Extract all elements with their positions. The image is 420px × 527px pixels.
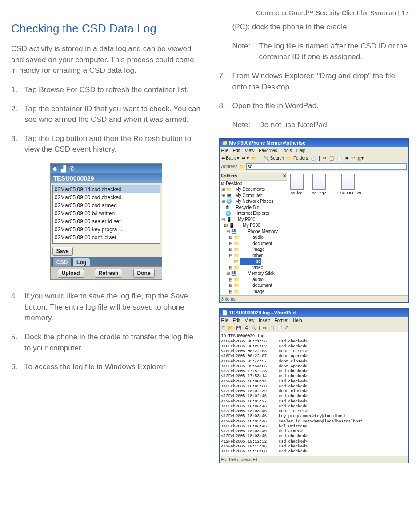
intro-paragraph: CSD activity is stored in a data log and…: [11, 44, 201, 76]
step-3: 3.Tap the Log button and then the Refres…: [11, 133, 201, 155]
wp-menu-insert[interactable]: Insert: [259, 318, 270, 323]
views-icon[interactable]: ▥▾: [357, 156, 364, 161]
history-icon[interactable]: 🕘: [311, 156, 316, 161]
address-input[interactable]: [246, 163, 407, 170]
preview-icon[interactable]: 🔍: [251, 326, 256, 330]
phone-screenshot: ◆ ▟ ✆ TESU0000029 02Mar05,09:14 csd chec…: [50, 163, 162, 280]
step-4: 4.If you would like to save the log file…: [11, 291, 201, 324]
step-2: 2.Tap the container ID that you want to …: [11, 104, 201, 125]
log-row: 02Mar05,09:00 cont id set: [53, 233, 160, 241]
section-title: Checking the CSD Data Log: [11, 22, 201, 36]
menu-tools[interactable]: Tools: [281, 148, 292, 153]
new-icon[interactable]: ▢: [221, 326, 225, 330]
wp-menu-help[interactable]: Help: [293, 318, 302, 323]
file-item[interactable]: sc_log: [290, 174, 304, 195]
search-button[interactable]: 🔍 Search: [264, 156, 284, 161]
menu-favorites[interactable]: Favorites: [259, 148, 277, 153]
paste-icon[interactable]: 📄: [277, 326, 282, 330]
log-row: 02Mar05,09:00 sealer id set: [53, 217, 160, 225]
address-label: Address: [221, 164, 238, 169]
wordpad-status: For Help, press F1: [220, 456, 409, 463]
wp-menu-format[interactable]: Format: [274, 318, 288, 323]
log-row: 02Mar05,09:00 csd armed: [53, 201, 160, 209]
paste-icon[interactable]: 📄: [337, 156, 342, 161]
file-item[interactable]: sc_log2: [312, 174, 326, 195]
note-2: Note: Do not use NotePad.: [232, 120, 409, 131]
note-1: Note: The log file is named after the CS…: [232, 41, 409, 63]
explorer-menubar: File Edit View Favorites Tools Help: [220, 147, 409, 154]
folders-button[interactable]: 📁 Folders: [287, 156, 308, 161]
right-column: (PC); dock the phone in the cradle. Note…: [219, 22, 409, 469]
log-row: 02Mar05,09:00 csd checked: [53, 193, 160, 201]
step-1: 1.Tap Browse For CSD to refresh the cont…: [11, 84, 201, 96]
file-icon: [290, 174, 304, 190]
step-6: 6.To access the log file in Windows Expl…: [11, 362, 201, 373]
explorer-screenshot: 📁 My P900\Phone Memory\other\sc File Edi…: [219, 138, 409, 303]
log-list: 02Mar05,09:14 csd checked 02Mar05,09:00 …: [52, 185, 160, 244]
refresh-button[interactable]: Refresh: [95, 269, 123, 278]
explorer-status: 3 items: [220, 295, 409, 302]
signal-icon: ▟: [61, 165, 66, 172]
step-6-cont: (PC); dock the phone in the cradle.: [232, 22, 409, 33]
save-button[interactable]: Save: [52, 247, 73, 256]
forward-button[interactable]: ➡ ▾: [242, 156, 249, 161]
tab-csd[interactable]: CSD: [52, 258, 72, 266]
file-pane[interactable]: sc_log sc_log2 TESU0000029: [288, 171, 409, 295]
cut-icon[interactable]: ✂: [263, 326, 266, 330]
undo-icon[interactable]: ↶: [285, 326, 288, 330]
step-8: 8.Open the file in WordPad.: [219, 101, 409, 112]
call-icon: ✆: [69, 165, 75, 172]
done-button[interactable]: Done: [133, 269, 155, 278]
folder-icon: 📁: [239, 164, 244, 169]
back-button[interactable]: ⬅ Back ▾: [221, 156, 240, 161]
tab-log[interactable]: Log: [72, 258, 90, 266]
menu-help[interactable]: Help: [296, 148, 306, 153]
close-icon[interactable]: ✕: [283, 173, 286, 179]
cut-icon[interactable]: ✂: [323, 156, 326, 161]
wordpad-content: ID:TESU0000029.log <10Feb2005,00:21:56 c…: [220, 332, 409, 456]
wp-menu-edit[interactable]: Edit: [233, 318, 240, 323]
phone-title: TESU0000029: [51, 173, 162, 183]
menu-edit[interactable]: Edit: [233, 148, 240, 153]
open-icon[interactable]: 📂: [228, 326, 233, 330]
log-row: 02Mar05,09:00 b/l written: [53, 209, 160, 217]
up-button[interactable]: 📂: [252, 156, 257, 161]
explorer-title: 📁 My P900\Phone Memory\other\sc: [220, 139, 409, 147]
log-row: 02Mar05,09:14 csd checked: [53, 185, 160, 193]
menu-file[interactable]: File: [221, 148, 228, 153]
wordpad-title: 📄 TESU0000029.log - WordPad: [220, 309, 409, 317]
file-item[interactable]: TESU0000029: [335, 174, 361, 195]
copy-icon[interactable]: 📋: [269, 326, 274, 330]
file-icon: [312, 174, 326, 190]
save-icon[interactable]: 💾: [236, 326, 241, 330]
menu-view[interactable]: View: [245, 148, 255, 153]
delete-icon[interactable]: ✖: [345, 156, 348, 161]
log-row: 02Mar05,09:00 key progra…: [53, 225, 160, 233]
page-header: CommerceGuard™ Security Client for Symbi…: [11, 9, 409, 16]
left-column: Checking the CSD Data Log CSD activity i…: [11, 22, 201, 469]
file-icon: [341, 174, 355, 190]
folder-tree[interactable]: Folders✕ 🖥 Desktop ⊞ 📁 My Documents ⊞ 💻 …: [220, 171, 288, 295]
print-icon[interactable]: 🖨: [244, 326, 248, 330]
wp-menu-view[interactable]: View: [245, 318, 255, 323]
wordpad-screenshot: 📄 TESU0000029.log - WordPad File Edit Vi…: [219, 308, 409, 463]
undo-icon[interactable]: ↶: [351, 156, 355, 161]
copy-icon[interactable]: 📋: [329, 156, 334, 161]
wp-menu-file[interactable]: File: [221, 318, 228, 323]
upload-button[interactable]: Upload: [58, 269, 84, 278]
step-7: 7.From Windows Explorer; "Drag and drop"…: [219, 71, 409, 93]
step-5: 5.Dock the phone in the cradle to transf…: [11, 332, 201, 354]
phone-icon: ◆: [52, 165, 57, 172]
